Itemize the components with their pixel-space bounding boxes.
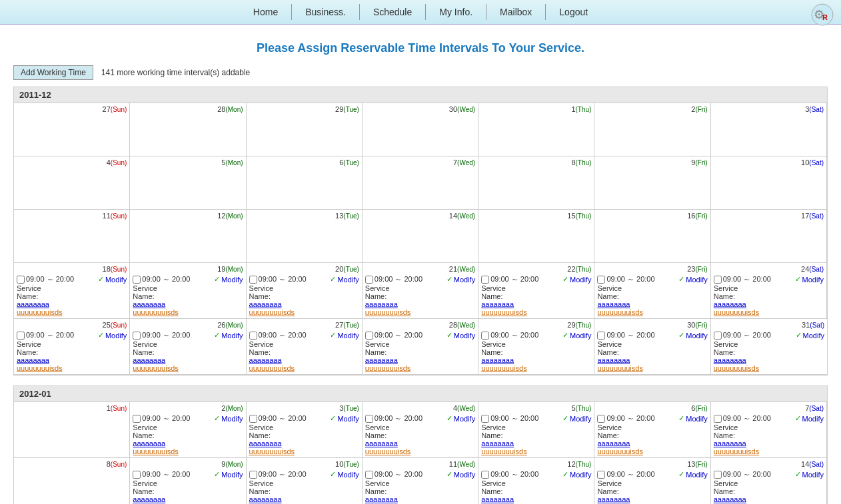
modify-button[interactable]: Modify: [337, 415, 359, 423]
service-name-link2[interactable]: uuuuuuuuisds: [365, 308, 475, 316]
service-name-link1[interactable]: aaaaaaaa: [714, 300, 824, 308]
service-name-link1[interactable]: aaaaaaaa: [249, 439, 359, 447]
nav-home[interactable]: Home: [240, 4, 292, 20]
modify-button[interactable]: Modify: [686, 276, 707, 284]
service-name-link1[interactable]: aaaaaaaa: [133, 356, 243, 364]
modify-button[interactable]: Modify: [105, 276, 127, 284]
modify-button[interactable]: Modify: [570, 415, 591, 423]
modify-button[interactable]: Modify: [105, 332, 127, 340]
time-checkbox[interactable]: [597, 415, 605, 423]
time-checkbox[interactable]: [249, 471, 257, 479]
service-name-link1[interactable]: aaaaaaaa: [481, 356, 591, 364]
service-name-link2[interactable]: uuuuuuuuisds: [17, 364, 127, 372]
service-name-link2[interactable]: uuuuuuuuisds: [133, 447, 243, 455]
service-name-link1[interactable]: aaaaaaaa: [481, 439, 591, 447]
time-checkbox[interactable]: [481, 276, 489, 284]
time-checkbox[interactable]: [481, 471, 489, 479]
time-checkbox[interactable]: [365, 415, 373, 423]
modify-button[interactable]: Modify: [221, 415, 243, 423]
time-checkbox[interactable]: [365, 471, 373, 479]
time-checkbox[interactable]: [249, 415, 257, 423]
modify-button[interactable]: Modify: [221, 471, 243, 479]
time-checkbox[interactable]: [481, 332, 489, 340]
service-name-link1[interactable]: aaaaaaaa: [481, 495, 591, 503]
service-name-link2[interactable]: uuuuuuuuisds: [481, 364, 591, 372]
time-checkbox[interactable]: [365, 332, 373, 340]
service-name-link1[interactable]: aaaaaaaa: [365, 495, 475, 503]
modify-button[interactable]: Modify: [454, 332, 475, 340]
service-name-link1[interactable]: aaaaaaaa: [365, 300, 475, 308]
modify-button[interactable]: Modify: [337, 332, 359, 340]
time-checkbox[interactable]: [133, 471, 141, 479]
time-checkbox[interactable]: [714, 471, 722, 479]
service-name-link2[interactable]: uuuuuuuuisds: [249, 308, 359, 316]
service-name-link2[interactable]: uuuuuuuuisds: [365, 447, 475, 455]
service-name-link1[interactable]: aaaaaaaa: [249, 356, 359, 364]
modify-button[interactable]: Modify: [686, 471, 707, 479]
modify-button[interactable]: Modify: [802, 471, 824, 479]
service-name-link1[interactable]: aaaaaaaa: [365, 439, 475, 447]
service-name-link2[interactable]: uuuuuuuuisds: [365, 364, 475, 372]
time-checkbox[interactable]: [133, 276, 141, 284]
modify-button[interactable]: Modify: [454, 471, 475, 479]
service-name-link1[interactable]: aaaaaaaa: [714, 439, 824, 447]
time-checkbox[interactable]: [133, 415, 141, 423]
service-name-link2[interactable]: uuuuuuuuisds: [481, 447, 591, 455]
nav-myinfo[interactable]: My Info.: [426, 4, 486, 20]
modify-button[interactable]: Modify: [454, 276, 475, 284]
service-name-link1[interactable]: aaaaaaaa: [597, 439, 707, 447]
service-name-link1[interactable]: aaaaaaaa: [481, 300, 591, 308]
service-name-link1[interactable]: aaaaaaaa: [714, 356, 824, 364]
time-checkbox[interactable]: [249, 276, 257, 284]
service-name-link1[interactable]: aaaaaaaa: [365, 356, 475, 364]
modify-button[interactable]: Modify: [802, 276, 824, 284]
nav-mailbox[interactable]: Mailbox: [486, 4, 546, 20]
service-name-link1[interactable]: aaaaaaaa: [133, 495, 243, 503]
service-name-link2[interactable]: uuuuuuuuisds: [481, 308, 591, 316]
service-name-link1[interactable]: aaaaaaaa: [133, 300, 243, 308]
modify-button[interactable]: Modify: [221, 332, 243, 340]
service-name-link1[interactable]: aaaaaaaa: [597, 300, 707, 308]
modify-button[interactable]: Modify: [337, 471, 359, 479]
service-name-link2[interactable]: uuuuuuuuisds: [133, 364, 243, 372]
modify-button[interactable]: Modify: [570, 471, 591, 479]
service-name-link2[interactable]: uuuuuuuuisds: [714, 364, 824, 372]
time-checkbox[interactable]: [597, 276, 605, 284]
modify-button[interactable]: Modify: [454, 415, 475, 423]
service-name-link1[interactable]: aaaaaaaa: [714, 495, 824, 503]
service-name-link2[interactable]: uuuuuuuuisds: [714, 308, 824, 316]
time-checkbox[interactable]: [133, 332, 141, 340]
modify-button[interactable]: Modify: [337, 276, 359, 284]
time-checkbox[interactable]: [17, 332, 25, 340]
nav-business[interactable]: Business.: [292, 4, 360, 20]
time-checkbox[interactable]: [714, 415, 722, 423]
service-name-link1[interactable]: aaaaaaaa: [249, 495, 359, 503]
time-checkbox[interactable]: [481, 415, 489, 423]
modify-button[interactable]: Modify: [570, 332, 591, 340]
modify-button[interactable]: Modify: [803, 332, 824, 340]
service-name-link2[interactable]: uuuuuuuuisds: [133, 308, 243, 316]
service-name-link1[interactable]: aaaaaaaa: [597, 495, 707, 503]
modify-button[interactable]: Modify: [802, 415, 824, 423]
time-checkbox[interactable]: [597, 471, 605, 479]
service-name-link1[interactable]: aaaaaaaa: [17, 356, 127, 364]
service-name-link1[interactable]: aaaaaaaa: [249, 300, 359, 308]
service-name-link2[interactable]: uuuuuuuuisds: [597, 364, 707, 372]
service-name-link2[interactable]: uuuuuuuuisds: [249, 447, 359, 455]
nav-logout[interactable]: Logout: [546, 4, 601, 20]
time-checkbox[interactable]: [249, 332, 257, 340]
modify-button[interactable]: Modify: [686, 415, 707, 423]
modify-button[interactable]: Modify: [221, 276, 243, 284]
service-name-link2[interactable]: uuuuuuuuisds: [249, 364, 359, 372]
time-checkbox[interactable]: [17, 276, 25, 284]
time-checkbox[interactable]: [365, 276, 373, 284]
service-name-link1[interactable]: aaaaaaaa: [597, 356, 707, 364]
add-working-time-button[interactable]: Add Working Time: [13, 65, 93, 80]
nav-schedule[interactable]: Schedule: [360, 4, 426, 20]
service-name-link1[interactable]: aaaaaaaa: [133, 439, 243, 447]
modify-button[interactable]: Modify: [570, 276, 591, 284]
time-checkbox[interactable]: [714, 276, 722, 284]
time-checkbox[interactable]: [714, 332, 722, 340]
service-name-link2[interactable]: uuuuuuuuisds: [597, 308, 707, 316]
time-checkbox[interactable]: [597, 332, 605, 340]
